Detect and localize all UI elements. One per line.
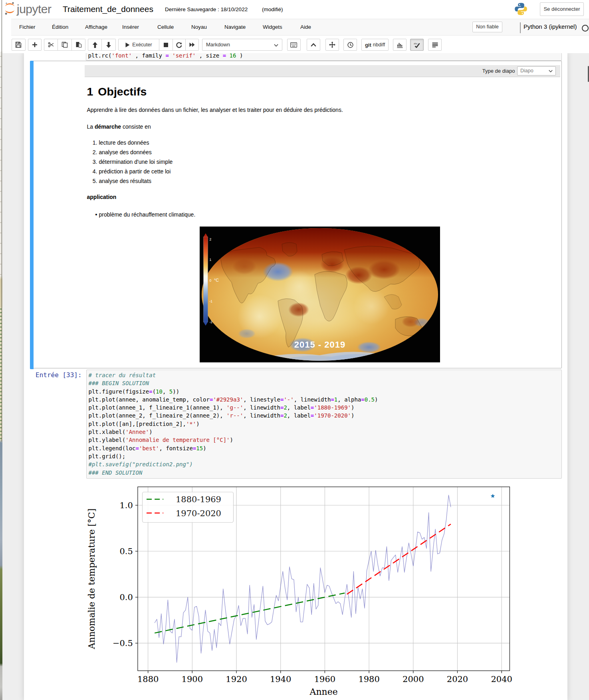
- run-button[interactable]: Exécuter: [118, 39, 159, 51]
- scrollbar-thumb[interactable]: [588, 66, 589, 82]
- window-edge-line: [2, 0, 2, 441]
- tick-label-x: 1880: [137, 674, 159, 684]
- jupyter-wordmark[interactable]: jupyter: [17, 2, 52, 16]
- list-item: problème du réchauffement climatique.: [99, 210, 196, 219]
- code-token: , label: [287, 404, 311, 411]
- code-token: , linewidth: [243, 404, 280, 411]
- git-nbdiff-button[interactable]: git nbdiff: [361, 39, 389, 51]
- execute-time-button[interactable]: [343, 39, 357, 51]
- code-token: 10: [156, 388, 163, 395]
- colorbar-tick: -1: [210, 299, 213, 303]
- code-token: ): [351, 404, 354, 411]
- code-token: [226, 53, 229, 59]
- code-token: plt.plot(annee_2, f_lineaire_2(annee_2),: [89, 412, 227, 419]
- menu-affichage[interactable]: Affichage: [85, 19, 107, 35]
- paste-cell-button[interactable]: [72, 39, 85, 51]
- code-token: plt.plot(annee, anomalie_temp, color: [89, 396, 210, 403]
- menu-fichier[interactable]: Fichier: [19, 19, 36, 35]
- code-line: plt.figure(figsize=(10, 5)): [89, 388, 561, 396]
- command-palette-button[interactable]: [287, 39, 301, 51]
- list-item-text: analyse des données: [99, 147, 152, 157]
- wallpaper-dots: [0, 56, 2, 280]
- list-item-text: détermination d'une loi simple: [99, 157, 173, 167]
- code-token: ### END SOLUTION: [89, 469, 143, 476]
- trust-button[interactable]: Non fiable: [472, 22, 502, 32]
- spellchecker-button[interactable]: abc: [410, 39, 424, 51]
- code-line: ### END SOLUTION: [89, 469, 561, 477]
- menu-insérer[interactable]: Insérer: [122, 19, 139, 35]
- code-line: ### BEGIN SOLUTION: [89, 379, 561, 387]
- code-line: plt.plot(annee_1, f_lineaire_1(annee_1),…: [89, 404, 561, 412]
- restart-run-all-button[interactable]: [186, 39, 199, 51]
- list-number: 1.: [31, 138, 97, 147]
- menu-navigate[interactable]: Navigate: [224, 19, 246, 35]
- menu-aide[interactable]: Aide: [300, 19, 311, 35]
- jupyter-logo-icon[interactable]: [4, 2, 15, 15]
- code-line: plt.xlabel('Annee'): [89, 428, 561, 436]
- list-icon: [432, 42, 438, 48]
- tick-label-x: 2000: [403, 674, 424, 684]
- move-selected-cells-button[interactable]: [325, 39, 339, 51]
- menu-widgets[interactable]: Widgets: [263, 19, 282, 35]
- code-line: plt.plot(annee, anomalie_temp, color='#2…: [89, 396, 561, 404]
- code-token: ### BEGIN SOLUTION: [89, 380, 149, 386]
- spellcheck-icon: abc: [414, 42, 420, 48]
- code-token: , linewidth: [294, 396, 331, 403]
- code-line: plt.legend(loc='best', fontsize=15): [89, 444, 561, 452]
- code-token: 5: [169, 388, 173, 395]
- notebook-container: plt.rc('font' , family = 'serif' , size …: [24, 53, 567, 700]
- arrow-down-icon: [106, 42, 111, 48]
- kernel-idle-icon: [582, 25, 589, 32]
- save-button[interactable]: [12, 39, 26, 51]
- keyboard-icon: [290, 42, 297, 48]
- code-token: 'serif': [172, 53, 196, 59]
- run-label: Exécuter: [132, 42, 152, 48]
- menu-cellule[interactable]: Cellule: [157, 19, 174, 35]
- code-token: 'g--': [226, 404, 243, 411]
- list-number: 3.: [31, 157, 97, 167]
- code-token: =: [165, 53, 169, 59]
- code-line: # tracer du résultat: [89, 371, 561, 379]
- code-line: plt.plot(annee_2, f_lineaire_2(annee_2),…: [89, 412, 561, 420]
- save-icon: [15, 42, 22, 48]
- toc-button[interactable]: [428, 39, 442, 51]
- python-logo-icon: [514, 2, 528, 16]
- tick-label-x: 1960: [314, 674, 335, 684]
- code-token: [169, 53, 172, 59]
- logout-button[interactable]: Se déconnecter: [540, 2, 584, 16]
- insert-cell-button[interactable]: [28, 39, 42, 51]
- markdown-cell[interactable]: Type de diapo Diapo 1Objectifs Apprendre…: [30, 61, 562, 368]
- menu-noyau[interactable]: Noyau: [191, 19, 207, 35]
- code-token: 'font': [112, 53, 132, 59]
- notebook-scroll-area[interactable]: plt.rc('font' , family = 'serif' , size …: [0, 53, 589, 700]
- copy-cell-button[interactable]: [58, 39, 72, 51]
- code-token: =: [223, 53, 226, 59]
- code-line: plt.rc('font' , family = 'serif' , size …: [88, 53, 243, 60]
- collapse-heading-button[interactable]: [307, 39, 320, 51]
- kernel-separator: [520, 22, 521, 33]
- code-input-area[interactable]: # tracer du résultat### BEGIN SOLUTIONpl…: [86, 370, 562, 479]
- scrolled-code-cell[interactable]: plt.rc('font' , family = 'serif' , size …: [86, 53, 562, 61]
- restart-kernel-button[interactable]: [173, 39, 186, 51]
- code-token: ): [149, 429, 152, 435]
- chart-extension-button[interactable]: [393, 39, 407, 51]
- notebook-title[interactable]: Traitement_de_donnees: [63, 4, 153, 14]
- text-run: La: [87, 123, 95, 130]
- slide-type-select[interactable]: Diapo: [517, 66, 556, 76]
- cut-cell-button[interactable]: [44, 39, 58, 51]
- interrupt-kernel-button[interactable]: [159, 39, 173, 51]
- cut-icon: [48, 42, 54, 48]
- cell-type-select[interactable]: Markdown: [202, 39, 282, 51]
- list-item: 1.lecture des données: [31, 138, 173, 147]
- code-token: ): [375, 396, 378, 403]
- colorbar-tick: 2: [210, 237, 212, 241]
- code-token: ): [351, 412, 354, 419]
- move-cell-down-button[interactable]: [102, 39, 116, 51]
- code-token: 'Annomalie de temperature [°C]': [125, 437, 230, 443]
- code-token: =: [361, 396, 364, 403]
- stop-icon: [164, 43, 168, 47]
- code-token: plt.plot(annee_1, f_lineaire_1(annee_1),: [89, 404, 227, 411]
- menu-édition[interactable]: Édition: [52, 19, 68, 35]
- legend: 1880-19691970-2020: [143, 492, 234, 523]
- move-cell-up-button[interactable]: [88, 39, 102, 51]
